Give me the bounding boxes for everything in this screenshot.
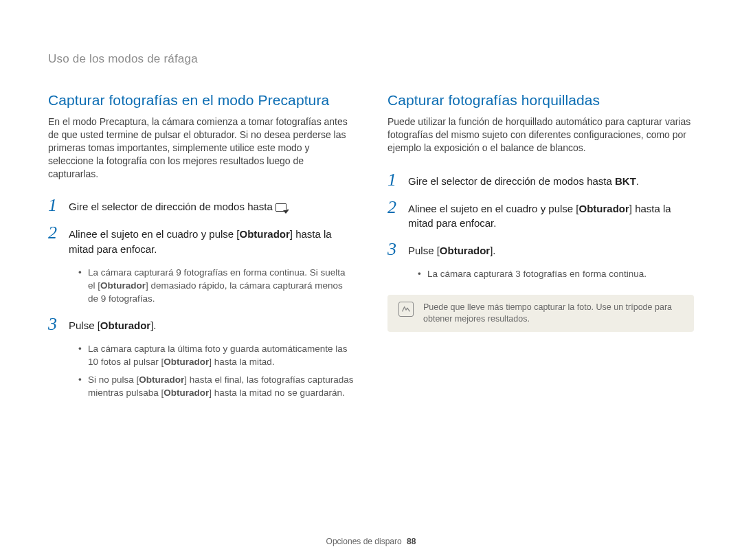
right-step-3-sublist: La cámara capturará 3 fotografías en for… <box>418 268 694 281</box>
shutter-label: Obturador <box>100 280 146 291</box>
text: Gire el selector de dirección de modos h… <box>69 201 276 212</box>
left-step-1: 1 Gire el selector de dirección de modos… <box>48 197 355 214</box>
content-columns: Capturar fotografías en el modo Precaptu… <box>48 92 694 410</box>
shutter-label: Obturador <box>440 245 490 256</box>
note-text: Puede que lleve más tiempo capturar la f… <box>423 302 683 325</box>
text: . <box>636 175 639 187</box>
text: Alinee el sujeto en el cuadro y pulse [ <box>408 203 579 214</box>
left-column: Capturar fotografías en el modo Precaptu… <box>48 92 355 410</box>
text: Pulse [ <box>408 245 440 256</box>
text: ] hasta la mitad no se guardarán. <box>209 388 344 398</box>
page-footer: Opciones de disparo 88 <box>0 537 742 546</box>
right-heading: Capturar fotografías horquilladas <box>387 92 694 109</box>
footer-section-label: Opciones de disparo <box>326 537 402 546</box>
text: Pulse [ <box>69 320 100 331</box>
list-item: La cámara capturará 9 fotografías en for… <box>78 267 355 306</box>
text: ]. <box>490 245 495 256</box>
right-step-3: 3 Pulse [Obturador]. <box>387 240 694 258</box>
left-step-2-sublist: La cámara capturará 9 fotografías en for… <box>78 267 355 306</box>
bkt-mode-label: BKT <box>615 175 636 187</box>
shutter-label: Obturador <box>100 320 150 331</box>
step-number: 1 <box>48 197 60 214</box>
shutter-label: Obturador <box>164 357 209 367</box>
step-body: Alinee el sujeto en el cuadro y pulse [O… <box>408 199 694 232</box>
step-number: 2 <box>387 199 400 232</box>
step-number: 3 <box>387 240 400 258</box>
step-body: Gire el selector de dirección de modos h… <box>69 197 355 214</box>
step-number: 3 <box>48 315 60 333</box>
step-body: Pulse [Obturador]. <box>408 240 694 258</box>
step-number: 1 <box>387 171 400 189</box>
breadcrumb: Uso de los modos de ráfaga <box>48 52 694 66</box>
left-heading: Capturar fotografías en el modo Precaptu… <box>48 92 355 109</box>
left-intro: En el modo Precaptura, la cámara comienz… <box>48 115 355 180</box>
left-step-3: 3 Pulse [Obturador]. <box>48 315 355 333</box>
left-step-3-sublist: La cámara captura la última foto y guard… <box>78 343 355 401</box>
right-step-2: 2 Alinee el sujeto en el cuadro y pulse … <box>387 199 694 232</box>
page: Uso de los modos de ráfaga Capturar foto… <box>0 0 742 560</box>
list-item: Si no pulsa [Obturador] hasta el final, … <box>78 374 355 400</box>
shutter-label: Obturador <box>240 228 290 240</box>
shutter-label: Obturador <box>164 388 209 398</box>
step-body: Pulse [Obturador]. <box>69 315 355 333</box>
text: ]. <box>150 320 156 331</box>
list-item: La cámara captura la última foto y guard… <box>78 343 355 369</box>
page-number: 88 <box>407 537 416 546</box>
right-column: Capturar fotografías horquilladas Puede … <box>387 92 694 410</box>
note-icon <box>398 302 414 317</box>
shutter-label: Obturador <box>579 203 629 214</box>
step-body: Gire el selector de dirección de modos h… <box>408 171 694 189</box>
right-intro: Puede utilizar la función de horquillado… <box>387 115 694 155</box>
text: Gire el selector de dirección de modos h… <box>408 175 615 187</box>
note-box: Puede que lleve más tiempo capturar la f… <box>387 295 694 332</box>
step-body: Alinee el sujeto en el cuadro y pulse [O… <box>69 224 355 257</box>
right-step-1: 1 Gire el selector de dirección de modos… <box>387 171 694 189</box>
step-number: 2 <box>48 224 60 257</box>
precapture-mode-icon <box>276 203 286 212</box>
text: ] hasta la mitad. <box>209 357 274 367</box>
shutter-label: Obturador <box>139 374 184 385</box>
left-step-2: 2 Alinee el sujeto en el cuadro y pulse … <box>48 224 355 257</box>
text: Si no pulsa [ <box>88 374 139 385</box>
list-item: La cámara capturará 3 fotografías en for… <box>418 268 694 281</box>
text: Alinee el sujeto en el cuadro y pulse [ <box>69 228 240 240</box>
